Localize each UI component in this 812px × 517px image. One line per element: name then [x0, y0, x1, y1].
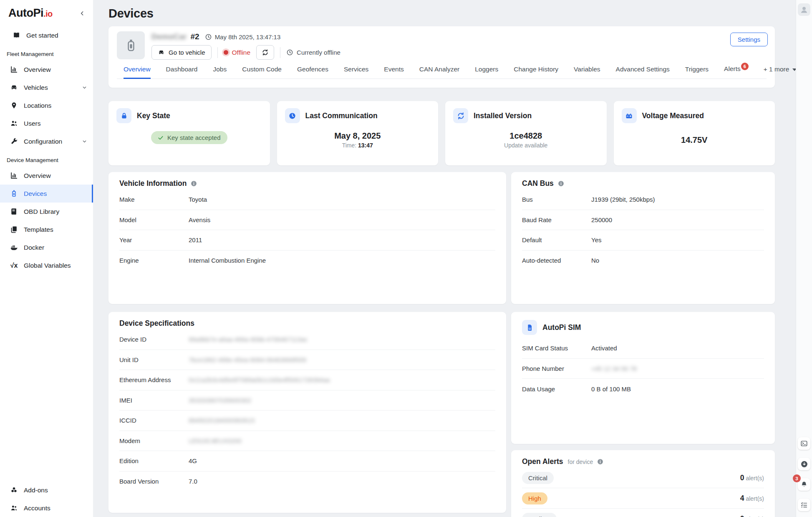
sidebar: AutoPi.io Get started Fleet Management O… — [0, 0, 93, 517]
tab-custom-code[interactable]: Custom Code — [242, 66, 282, 79]
currently-offline-note: Currently offline — [286, 49, 340, 56]
status-text: Offline — [232, 49, 251, 56]
download-icon — [800, 460, 808, 468]
sidebar-item-accounts[interactable]: Accounts — [0, 499, 93, 517]
info-icon[interactable] — [190, 180, 197, 187]
terminal-button[interactable] — [798, 437, 810, 450]
device-timestamp: May 8th 2025, 13:47:13 — [205, 33, 281, 41]
sidebar-item-get-started[interactable]: Get started — [0, 26, 93, 44]
sidebar-collapse-icon[interactable] — [79, 10, 86, 17]
tab-alerts[interactable]: Alerts6 — [724, 65, 748, 79]
sidebar-item-templates[interactable]: Templates — [0, 220, 93, 238]
info-icon[interactable] — [597, 458, 604, 465]
tab-services[interactable]: Services — [344, 66, 368, 79]
sidebar-item-add-ons[interactable]: Add-ons — [0, 481, 93, 499]
sidebar-item-locations[interactable]: Locations — [0, 96, 93, 114]
alert-count-unit: alert(s) — [746, 475, 764, 482]
info-icon[interactable] — [557, 180, 565, 187]
tab-variables[interactable]: Variables — [574, 66, 600, 79]
device-battery-icon — [10, 190, 18, 198]
accounts-icon — [10, 504, 18, 512]
card-title: Vehicle Information — [119, 179, 187, 188]
last-communication-card: Last Communication May 8, 2025 Time: 13:… — [277, 101, 439, 165]
row-label: Board Version — [119, 478, 189, 485]
sidebar-item-devices[interactable]: Devices — [0, 185, 93, 203]
tab-jobs[interactable]: Jobs — [213, 66, 227, 79]
alert-count: 4alert(s) — [740, 494, 764, 503]
download-button[interactable] — [798, 458, 810, 470]
task-list-button[interactable] — [798, 499, 810, 511]
open-alerts-card: Open Alerts for device Critical 0alert(s… — [511, 450, 775, 517]
stat-cards-row: Key State Key state accepted Last Commun… — [108, 101, 775, 165]
severity-badge: High — [522, 492, 547, 504]
settings-button[interactable]: Settings — [730, 33, 768, 46]
tab-triggers[interactable]: Triggers — [685, 66, 709, 79]
sidebar-item-label: Vehicles — [24, 84, 48, 91]
sidebar-item-users[interactable]: Users — [0, 114, 93, 132]
alert-row-medium: Medium 0alert(s) — [522, 509, 764, 517]
book-icon — [13, 31, 20, 39]
severity-badge: Medium — [522, 513, 557, 517]
avatar[interactable] — [798, 3, 810, 16]
row-label: Ethereum Address — [119, 376, 189, 383]
alert-count: 0alert(s) — [740, 474, 764, 482]
notifications-button[interactable]: 3 — [798, 478, 810, 491]
row-label: Device ID — [119, 336, 189, 343]
refresh-button[interactable] — [256, 45, 274, 60]
row-value: 250000 — [591, 216, 612, 223]
table-row: Baud Rate250000 — [522, 210, 764, 231]
tab-loggers[interactable]: Loggers — [475, 66, 498, 79]
brand-name: AutoPi — [8, 7, 43, 19]
tab-can-analyzer[interactable]: CAN Analyzer — [419, 66, 459, 79]
row-label: Unit ID — [119, 356, 189, 363]
card-title: Voltage Measured — [642, 112, 704, 120]
voltage-value: 14.75V — [681, 135, 707, 145]
tab-more[interactable]: + 1 more — [764, 66, 796, 79]
main-content: Devices DemoCar #2 May 8th 2025, 13:47:1… — [93, 0, 796, 517]
severity-badge: Critical — [522, 472, 554, 484]
timestamp-text: May 8th 2025, 13:47:13 — [215, 33, 281, 41]
sidebar-item-label: Overview — [24, 66, 51, 73]
sidebar-item-docker[interactable]: Docker — [0, 238, 93, 256]
clock-icon — [285, 108, 300, 123]
caret-down-icon — [792, 68, 796, 71]
sidebar-footer: Add-ons Accounts — [0, 481, 93, 517]
tab-change-history[interactable]: Change History — [514, 66, 558, 79]
bar-chart-icon — [10, 66, 18, 73]
map-pin-icon — [10, 101, 18, 109]
info-row-2: Device Specifications Device ID99a9bb7e-… — [108, 312, 775, 517]
row-value: Toyota — [189, 196, 207, 203]
row-value: 0 B of 100 MB — [591, 385, 631, 393]
row-value-masked: 8945020184000993515 — [189, 417, 255, 424]
bar-chart-icon — [10, 172, 18, 180]
sidebar-item-global-variables[interactable]: √x Global Variables — [0, 256, 93, 274]
autopi-sim-card: AutoPi SIM SIM Card StatusActivated Phon… — [511, 312, 775, 444]
sidebar-item-overview-device[interactable]: Overview — [0, 167, 93, 185]
tab-more-label: + 1 more — [764, 66, 789, 73]
tab-advanced-settings[interactable]: Advanced Settings — [616, 66, 670, 79]
sidebar-item-obd-library[interactable]: OBD Library — [0, 203, 93, 220]
tab-geofences[interactable]: Geofences — [297, 66, 328, 79]
sidebar-item-overview-fleet[interactable]: Overview — [0, 61, 93, 79]
key-state-badge-label: Key state accepted — [167, 134, 221, 141]
sidebar-item-label: Templates — [24, 226, 53, 233]
tab-events[interactable]: Events — [384, 66, 403, 79]
app-logo[interactable]: AutoPi.io — [8, 7, 53, 20]
alert-count-unit: alert(s) — [746, 495, 764, 502]
time-value: 13:47 — [358, 142, 373, 149]
card-title: Last Communication — [305, 112, 378, 120]
sidebar-item-vehicles[interactable]: Vehicles — [0, 79, 93, 96]
device-image — [117, 31, 145, 59]
row-label: Make — [119, 196, 189, 203]
chevron-down-icon — [82, 139, 87, 144]
car-icon — [10, 84, 18, 91]
sidebar-item-configuration[interactable]: Configuration — [0, 132, 93, 150]
tab-overview[interactable]: Overview — [124, 66, 151, 79]
tab-dashboard[interactable]: Dashboard — [166, 66, 198, 79]
row-value: 4G — [189, 457, 197, 464]
row-value: Avensis — [189, 216, 210, 223]
check-icon — [158, 135, 164, 141]
row-label: Data Usage — [522, 385, 591, 393]
go-to-vehicle-button[interactable]: Go to vehicle — [151, 45, 212, 60]
table-row: ICCID8945020184000993515 — [119, 411, 495, 431]
